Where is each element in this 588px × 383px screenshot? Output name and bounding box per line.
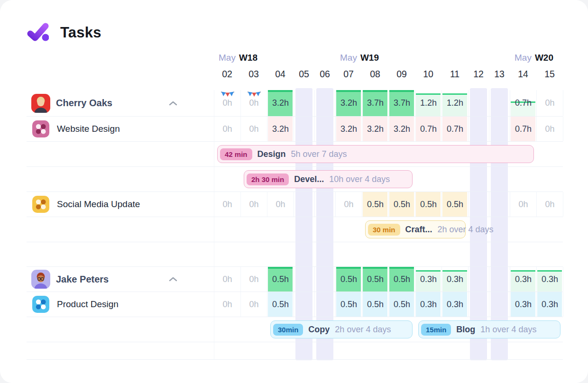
cell-product-design-11[interactable]: 0.3h xyxy=(442,292,469,317)
cell-jake-peters-14[interactable]: 0.3h xyxy=(510,267,537,292)
hours-value: 0.5h xyxy=(272,300,289,310)
cell-product-design-04[interactable]: 0.5h xyxy=(267,292,294,317)
project-name[interactable]: Website Design xyxy=(57,124,120,134)
cell-cherry-oaks-04[interactable]: 3.2h xyxy=(267,90,294,116)
cell-website-design-03[interactable]: 0h xyxy=(241,117,267,141)
task-bar-design[interactable]: 42 minDesign5h over 7 days xyxy=(217,145,534,163)
development-bar-row-label-cell xyxy=(27,167,214,192)
cell-jake-peters-02[interactable]: 0h xyxy=(214,267,241,292)
hours-value: 0.3h xyxy=(542,274,558,284)
cell-product-design-14[interactable]: 0.3h xyxy=(510,292,537,317)
cell-cherry-oaks-03[interactable]: 0h xyxy=(241,90,267,116)
hours-value: 0.3h xyxy=(420,274,437,284)
cell-cherry-oaks-02[interactable]: 0h xyxy=(214,90,241,116)
cell-social-media-update-11[interactable]: 0.5h xyxy=(442,192,469,217)
cell-product-design-06 xyxy=(315,292,336,317)
day-label-05: 05 xyxy=(294,69,314,80)
cell-jake-peters-10[interactable]: 0.3h xyxy=(415,267,442,292)
person-name[interactable]: Jake Peters xyxy=(56,274,109,285)
project-name[interactable]: Product Design xyxy=(57,299,119,310)
cell-website-design-10[interactable]: 0.7h xyxy=(415,117,442,141)
task-duration-meta: 2h over 4 days xyxy=(438,225,494,235)
cell-jake-peters-04[interactable]: 0.5h xyxy=(267,267,294,292)
cell-social-media-update-14[interactable]: 0h xyxy=(510,192,537,217)
task-duration-meta: 1h over 4 days xyxy=(480,325,536,335)
cell-website-design-07[interactable]: 3.2h xyxy=(336,117,362,141)
timeline-header: MayW18MayW19MayW200203040506070809101112… xyxy=(214,53,563,86)
cell-social-media-update-03[interactable]: 0h xyxy=(241,192,267,217)
cell-product-design-09[interactable]: 0.5h xyxy=(389,292,415,317)
hours-value: 0h xyxy=(249,124,258,134)
task-title: Copy xyxy=(308,325,330,335)
hours-value: 0.3h xyxy=(542,300,558,310)
cell-product-design-02[interactable]: 0h xyxy=(214,292,241,317)
cell-product-design-08[interactable]: 0.5h xyxy=(362,292,389,317)
cell-product-design-03[interactable]: 0h xyxy=(241,292,267,317)
task-bar-development[interactable]: 2h 30 minDevel...10h over 4 days xyxy=(244,170,413,188)
cell-cherry-oaks-12 xyxy=(469,90,489,116)
cell-social-media-update-07[interactable]: 0h xyxy=(336,192,362,217)
cell-website-design-04[interactable]: 3.2h xyxy=(267,117,294,141)
spacer-row-2-row xyxy=(27,342,563,360)
hours-value: 0.3h xyxy=(447,274,463,284)
craft-bar-row-cells: 30 minCraft...2h over 4 days xyxy=(214,217,563,242)
cell-social-media-update-09[interactable]: 0.5h xyxy=(389,192,415,217)
task-bar-blog[interactable]: 15minBlog1h over 4 days xyxy=(418,320,560,338)
cell-product-design-15[interactable]: 0.3h xyxy=(537,292,563,317)
cell-jake-peters-07[interactable]: 0.5h xyxy=(336,267,362,292)
hours-value: 0h xyxy=(344,200,353,210)
craft-bar-row-row: 30 minCraft...2h over 4 days xyxy=(27,217,563,242)
cell-website-design-14[interactable]: 0.7h xyxy=(510,117,537,141)
social-media-update-label-cell: Social Media Update xyxy=(27,192,214,217)
month-label: May xyxy=(219,53,236,63)
cell-social-media-update-02[interactable]: 0h xyxy=(214,192,241,217)
holiday-flag-icon xyxy=(220,91,235,98)
hours-value: 0.5h xyxy=(447,200,463,210)
project-icon xyxy=(32,196,49,213)
cell-social-media-update-10[interactable]: 0.5h xyxy=(415,192,442,217)
hours-value: 1.2h xyxy=(420,98,437,108)
cell-website-design-15[interactable]: 0h xyxy=(537,117,563,141)
cell-jake-peters-15[interactable]: 0.3h xyxy=(537,267,563,292)
cell-cherry-oaks-10[interactable]: 1.2h xyxy=(415,90,442,116)
project-name[interactable]: Social Media Update xyxy=(57,199,140,210)
cell-cherry-oaks-09[interactable]: 3.7h xyxy=(389,90,415,116)
development-bar-row-cells: 2h 30 minDevel...10h over 4 days xyxy=(214,167,563,192)
social-media-update-cells: 0h0h0h0h0.5h0.5h0.5h0.5h0h0h xyxy=(214,192,563,217)
cell-cherry-oaks-15[interactable]: 0h xyxy=(537,90,563,116)
task-bar-craft[interactable]: 30 minCraft...2h over 4 days xyxy=(365,220,466,238)
cell-jake-peters-11[interactable]: 0.3h xyxy=(442,267,469,292)
cell-jake-peters-03[interactable]: 0h xyxy=(241,267,267,292)
cell-website-design-02[interactable]: 0h xyxy=(214,117,241,141)
cell-product-design-10[interactable]: 0.3h xyxy=(415,292,442,317)
cell-cherry-oaks-11[interactable]: 1.2h xyxy=(442,90,469,116)
cell-social-media-update-15[interactable]: 0h xyxy=(537,192,563,217)
cell-cherry-oaks-08[interactable]: 3.7h xyxy=(362,90,389,116)
cell-jake-peters-08[interactable]: 0.5h xyxy=(362,267,389,292)
cell-social-media-update-04[interactable]: 0h xyxy=(267,192,294,217)
hours-value: 0.5h xyxy=(367,200,384,210)
chevron-up-icon[interactable] xyxy=(169,275,177,283)
hours-value: 0h xyxy=(249,200,258,210)
hours-value: 0h xyxy=(276,200,285,210)
cell-website-design-11[interactable]: 0.7h xyxy=(442,117,469,141)
cell-social-media-update-08[interactable]: 0.5h xyxy=(362,192,389,217)
hours-value: 0h xyxy=(249,300,258,310)
task-title: Blog xyxy=(456,325,475,335)
hours-value: 0.5h xyxy=(394,200,410,210)
cell-product-design-07[interactable]: 0.5h xyxy=(336,292,362,317)
task-bar-copy[interactable]: 30minCopy2h over 4 days xyxy=(270,320,413,338)
cell-jake-peters-09[interactable]: 0.5h xyxy=(389,267,415,292)
chevron-up-icon[interactable] xyxy=(169,99,177,108)
website-design-label-cell: Website Design xyxy=(27,117,214,141)
day-label-10: 10 xyxy=(415,69,441,80)
craft-bar-row-label-cell xyxy=(27,217,214,242)
cell-jake-peters-12 xyxy=(469,267,489,292)
cell-cherry-oaks-14[interactable]: 0.7h xyxy=(510,90,537,116)
person-name[interactable]: Cherry Oaks xyxy=(56,98,112,109)
cell-website-design-09[interactable]: 3.2h xyxy=(389,117,415,141)
hours-value: 0.5h xyxy=(340,300,357,310)
cell-cherry-oaks-13 xyxy=(489,90,510,116)
cell-website-design-08[interactable]: 3.2h xyxy=(362,117,389,141)
cell-cherry-oaks-07[interactable]: 3.2h xyxy=(336,90,362,116)
